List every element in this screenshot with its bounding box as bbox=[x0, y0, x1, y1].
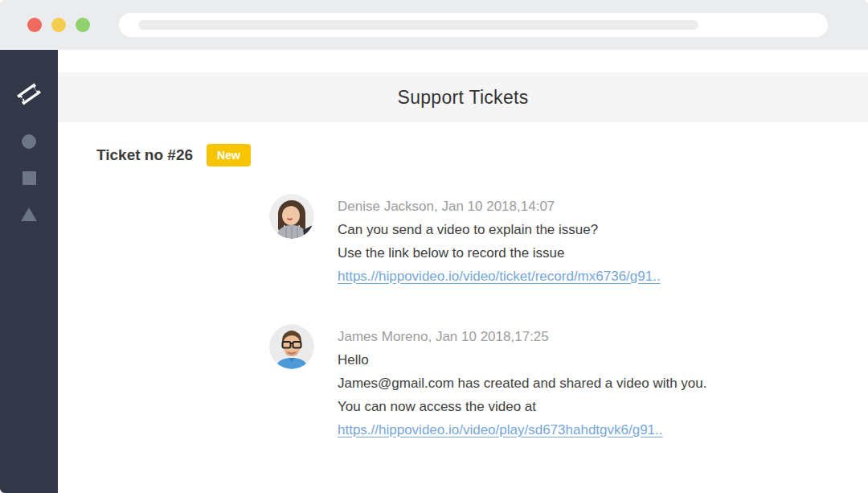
page-title: Support Tickets bbox=[397, 87, 528, 109]
message-line: Use the link below to record the issue bbox=[338, 241, 661, 265]
minimize-window-button[interactable] bbox=[51, 18, 66, 32]
message-james: James Moreno, Jan 10 2018,17:25 Hello Ja… bbox=[269, 324, 868, 442]
message-line: Can you send a video to explain the issu… bbox=[338, 218, 661, 241]
triangle-icon bbox=[21, 207, 37, 221]
message-meta: James Moreno, Jan 10 2018,17:25 bbox=[338, 325, 707, 348]
sidebar-item-triangle[interactable] bbox=[21, 207, 37, 221]
message-denise: Denise Jackson, Jan 10 2018,14:07 Can yo… bbox=[269, 194, 868, 288]
address-bar[interactable] bbox=[119, 13, 828, 37]
close-window-button[interactable] bbox=[27, 18, 42, 32]
video-play-link[interactable]: https.//hippovideo.io/video/play/sd673ha… bbox=[338, 418, 663, 442]
message-meta: Denise Jackson, Jan 10 2018,14:07 bbox=[338, 195, 661, 218]
sidebar-item-circle[interactable] bbox=[22, 134, 36, 149]
avatar-denise bbox=[269, 194, 314, 239]
browser-chrome bbox=[0, 0, 868, 50]
circle-icon bbox=[22, 134, 36, 149]
ticket-icon bbox=[14, 80, 43, 112]
message-line: You can now access the video at bbox=[338, 395, 707, 418]
new-badge: New bbox=[207, 144, 251, 166]
message-line: James@gmail.com has created and shared a… bbox=[338, 372, 707, 395]
video-record-link[interactable]: https.//hippovideo.io/video/ticket/recor… bbox=[338, 265, 661, 288]
address-bar-placeholder bbox=[138, 20, 698, 30]
avatar-james bbox=[269, 324, 314, 369]
browser-window: Support Tickets Ticket no #26 New bbox=[0, 0, 868, 493]
page-header: Support Tickets bbox=[58, 72, 868, 122]
sidebar bbox=[0, 50, 58, 493]
content-area: Support Tickets Ticket no #26 New bbox=[58, 50, 868, 493]
square-icon bbox=[23, 171, 36, 185]
ticket-header-row: Ticket no #26 New bbox=[96, 144, 868, 166]
sidebar-item-square[interactable] bbox=[23, 171, 36, 185]
ticket-number: Ticket no #26 bbox=[96, 146, 193, 164]
message-line: Hello bbox=[338, 348, 707, 372]
maximize-window-button[interactable] bbox=[76, 18, 90, 32]
sidebar-item-tickets[interactable] bbox=[14, 80, 43, 112]
